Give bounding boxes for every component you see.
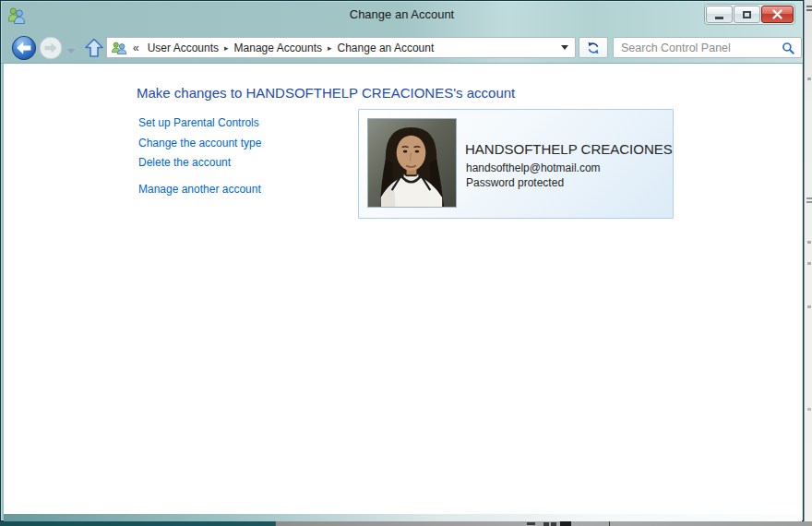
account-name: HANDSOFTHELP CREACIONES [465, 141, 673, 157]
breadcrumb-item-manage-accounts[interactable]: Manage Accounts [230, 42, 327, 54]
account-password-status: Password protected [466, 176, 564, 189]
search-input[interactable] [615, 39, 777, 56]
maximize-icon [743, 11, 751, 18]
minimize-button[interactable] [706, 6, 733, 23]
breadcrumb-dropdown-icon[interactable] [561, 45, 568, 50]
close-icon [772, 9, 782, 19]
user-portrait-image [368, 119, 456, 207]
window-controls [704, 4, 795, 25]
refresh-button[interactable] [579, 37, 608, 58]
refresh-icon [586, 41, 601, 55]
link-set-up-parental-controls[interactable]: Set up Parental Controls [138, 116, 259, 129]
breadcrumb-item-user-accounts[interactable]: User Accounts [143, 42, 223, 54]
maximize-button[interactable] [734, 6, 760, 23]
search-icon[interactable] [782, 42, 795, 55]
breadcrumb-users-icon [111, 41, 128, 54]
account-email: handsofthelp@hotmail.com [466, 161, 601, 174]
link-change-account-type[interactable]: Change the account type [138, 137, 261, 149]
back-button[interactable] [11, 35, 37, 61]
minimize-icon [715, 17, 723, 19]
background-taskbar-strip [0, 521, 812, 526]
forward-button-disabled[interactable] [39, 36, 63, 60]
window-title: Change an Account [1, 7, 803, 21]
breadcrumb-overflow-chevrons[interactable]: « [133, 42, 139, 54]
link-delete-account[interactable]: Delete the account [138, 156, 231, 169]
account-picture [367, 118, 457, 208]
titlebar[interactable]: Change an Account [1, 1, 803, 29]
change-account-window: Change an Account [0, 0, 804, 521]
screen: Change an Account [0, 0, 812, 526]
up-arrow-icon [86, 40, 102, 57]
link-manage-another-account[interactable]: Manage another account [138, 183, 261, 196]
breadcrumb[interactable]: « User Accounts ▸ Manage Accounts ▸ Chan… [106, 37, 576, 58]
account-card: HANDSOFTHELP CREACIONES handsofthelp@hot… [358, 109, 674, 219]
search-box [613, 37, 802, 58]
page-title: Make changes to HANDSOFTHELP CREACIONES'… [137, 85, 515, 101]
close-button[interactable] [761, 6, 794, 23]
up-button[interactable] [82, 36, 106, 60]
breadcrumb-item-change-an-account[interactable]: Change an Account [333, 42, 439, 54]
navigation-bar: « User Accounts ▸ Manage Accounts ▸ Chan… [1, 29, 803, 64]
background-window-strip [804, 0, 812, 526]
window-bottom-frame [4, 514, 802, 521]
recent-pages-dropdown-icon[interactable] [67, 49, 75, 54]
